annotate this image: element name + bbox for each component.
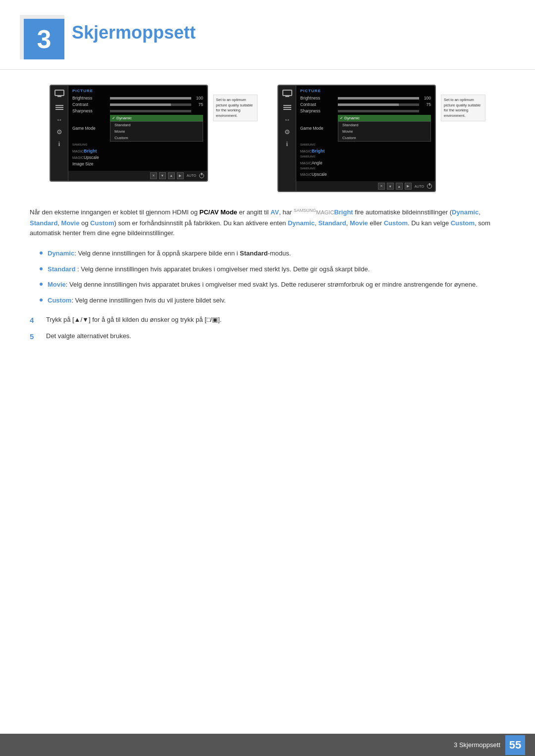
numbered-list: 4 Trykk på [▲/▼] for å gå til kilden du … <box>30 315 505 342</box>
osd-dropdown-1: ✓ Dynamic Standard Movie Custom <box>110 115 203 142</box>
p2-text-1: fire automatiske bildeinnstillinger ( <box>353 209 452 216</box>
bullet-term-dynamic: Dynamic <box>48 250 74 257</box>
dropdown-item-custom-1: Custom <box>110 135 203 141</box>
osd-label-magicbright-2: SAMSUNG MAGICBright <box>300 143 336 153</box>
p2-eller: eller <box>368 219 384 227</box>
sidebar-icon-arrows-2: ↔ <box>284 116 290 123</box>
p2-comma2: , <box>57 219 61 227</box>
p2-movie: Movie <box>61 219 80 227</box>
bullet-dot-movie <box>40 283 43 286</box>
p2-movie2: Movie <box>350 219 368 227</box>
ctrl-down-1: ▼ <box>159 172 166 179</box>
bullet-term-movie: Movie <box>48 281 66 288</box>
osd-row-gamemode-1: Game Mode ✓ Dynamic Standard Movie <box>72 115 203 142</box>
p2-dynamic2: Dynamic <box>288 219 315 227</box>
osd-bar-brightness-1 <box>110 97 191 100</box>
footer-page-number: 55 <box>505 735 525 755</box>
osd-label-sharpness-2: Sharpness <box>300 108 336 113</box>
osd-row-brightness-1: Brightness 100 <box>72 96 203 101</box>
osd-row-gamemode-2: Game Mode ✓ Dynamic Standard Movie Custo… <box>300 115 431 142</box>
osd-label-imagesize-1: Image Size <box>72 161 108 166</box>
bullet-list: Dynamic: Velg denne innstillingen for å … <box>40 249 505 305</box>
p2-comma1: , <box>479 209 481 216</box>
osd-label-contrast-1: Contrast <box>72 102 108 107</box>
osd-label-brightness-1: Brightness <box>72 96 108 101</box>
osd-row-sharpness-1: Sharpness <box>72 108 203 113</box>
osd-row-magicangle-2: SAMSUNG MAGICAngle <box>300 155 431 165</box>
sidebar-icon-arrows: ↔ <box>56 116 62 123</box>
chapter-number: 3 <box>37 26 52 52</box>
ctrl-auto-2: AUTO <box>415 185 424 188</box>
sidebar-icon-info-2: i <box>286 141 288 148</box>
p2-standard: Standard <box>30 219 57 227</box>
dropdown-item-standard-2: Standard <box>338 122 430 128</box>
dropdown-item-custom-2: Custom <box>338 135 430 141</box>
osd-bar-fill-contrast-2 <box>338 103 399 106</box>
osd-row-brightness-2: Brightness 100 <box>300 96 431 101</box>
bullet-item-custom: Custom: Velg denne innstillingen hvis du… <box>40 296 505 305</box>
osd-bar-fill-brightness-2 <box>338 97 419 100</box>
osd-value-brightness-2: 100 <box>421 96 431 101</box>
osd-row-contrast-1: Contrast 75 <box>72 102 203 107</box>
osd-title-1: PICTURE <box>72 89 203 93</box>
ctrl-x-1: ✕ <box>150 172 157 179</box>
p2-comma4: , <box>346 219 350 227</box>
bullet-standard-ref: Standard <box>240 250 268 257</box>
p2-custom3: Custom <box>451 219 475 227</box>
monitor-screenshot-1: ↔ ⚙ i PICTURE Brightness <box>50 85 258 192</box>
step-4: 4 Trykk på [▲/▼] for å gå til kilden du … <box>30 315 505 326</box>
monitors-area: ↔ ⚙ i PICTURE Brightness <box>30 85 505 192</box>
bullet-dot-custom <box>40 299 43 302</box>
bullet-text-standard: Standard : Velg denne innstillingen hvis… <box>48 264 370 274</box>
main-content: ↔ ⚙ i PICTURE Brightness <box>0 85 535 342</box>
osd-bottom-bar-2: ✕ ▼ ▲ ▶ AUTO <box>296 181 435 191</box>
osd-title-2: PICTURE <box>300 89 431 93</box>
tooltip-2: Set to an optimum picture quality suitab… <box>441 95 485 121</box>
osd-value-contrast-2: 75 <box>421 102 431 107</box>
osd-row-magicupscale-2: SAMSUNG MAGICUpscale <box>300 167 431 177</box>
bullet-text-custom: Custom: Velg denne innstillingen hvis du… <box>48 296 226 305</box>
osd-value-contrast-1: 75 <box>193 102 203 107</box>
page-header: 3 Skjermoppsett <box>0 0 535 70</box>
p2-dynamic: Dynamic <box>452 209 479 216</box>
bullet-text-movie: Movie: Velg denne innstillingen hvis app… <box>48 280 478 290</box>
osd-bar-contrast-1 <box>110 103 191 106</box>
ctrl-right-1: ▶ <box>177 172 184 179</box>
page-title: Skjermoppsett <box>72 15 196 43</box>
p2-custom: Custom <box>90 219 114 227</box>
bullet-dot-standard <box>40 267 43 270</box>
osd-label-sharpness-1: Sharpness <box>72 108 108 113</box>
chapter-box-wrap: 3 <box>20 15 64 59</box>
footer-text: 3 Skjermoppsett <box>454 741 500 749</box>
bullet-item-dynamic: Dynamic: Velg denne innstillingen for å … <box>40 249 505 258</box>
p1-pcavmode: PC/AV Mode <box>200 209 237 216</box>
step-5: 5 Det valgte alternativet brukes. <box>30 331 505 343</box>
monitor-frame-2: ↔ ⚙ i PICTURE Brightness <box>277 85 436 192</box>
osd-bar-sharpness-2 <box>338 110 419 112</box>
dropdown-item-movie-1: Movie <box>110 128 203 135</box>
bullet-item-standard: Standard : Velg denne innstillingen hvis… <box>40 264 505 274</box>
dropdown-item-standard-1: Standard <box>110 122 203 128</box>
sidebar-icon-info: i <box>58 141 60 148</box>
osd-value-brightness-1: 100 <box>193 96 203 101</box>
osd-dropdown-2: ✓ Dynamic Standard Movie Custom <box>338 115 431 142</box>
osd-content-2: PICTURE Brightness 100 <box>296 86 435 181</box>
step-number-5: 5 <box>30 331 42 343</box>
p2-magic: MAGIC <box>316 210 334 216</box>
p2-text-2: ) som er forhåndsinnstilt på fabrikken. … <box>114 219 288 227</box>
bullet-term-custom: Custom <box>48 297 71 304</box>
ctrl-up-1: ▲ <box>168 172 175 179</box>
osd-label-brightness-2: Brightness <box>300 96 336 101</box>
bullet-text-dynamic: Dynamic: Velg denne innstillingen for å … <box>48 249 291 258</box>
osd-panel-1: PICTURE Brightness 100 <box>68 86 207 181</box>
monitor-sidebar-2: ↔ ⚙ i <box>278 86 296 191</box>
main-paragraph-1: Når den eksterne inngangen er koblet til… <box>30 207 505 239</box>
ctrl-right-2: ▶ <box>405 183 412 190</box>
ctrl-up-2: ▲ <box>396 183 403 190</box>
bullet-term-standard: Standard <box>48 265 75 273</box>
osd-row-sharpness-2: Sharpness <box>300 108 431 113</box>
osd-label-magicupscale-2: SAMSUNG MAGICUpscale <box>300 167 336 177</box>
p2-custom2: Custom <box>384 219 408 227</box>
monitor-sidebar-1: ↔ ⚙ i <box>51 86 68 181</box>
ctrl-power-2 <box>427 184 432 189</box>
